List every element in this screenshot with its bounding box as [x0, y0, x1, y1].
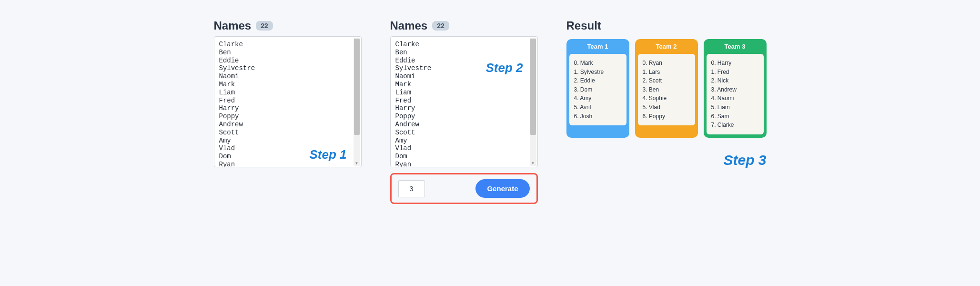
list-item: Mark [574, 59, 622, 68]
list-item: Scott [643, 76, 690, 85]
list-item: Clarke [711, 121, 759, 130]
list-item: Sylvestre [574, 68, 622, 77]
list-item: Andrew [711, 85, 759, 94]
result-panel: Result Team 1 MarkSylvestreEddieDomAmyAv… [566, 19, 767, 168]
scrollbar-thumb[interactable] [530, 39, 536, 135]
team1-header: Team 1 [566, 39, 629, 54]
list-item: Harry [711, 59, 759, 68]
step2-panel: Names 22 Clarke Ben Eddie Sylvestre Naom… [390, 19, 538, 204]
list-item: Eddie [574, 76, 622, 85]
generate-button[interactable]: Generate [475, 179, 529, 198]
scrollbar-thumb[interactable] [354, 39, 360, 135]
list-item: Amy [574, 94, 622, 103]
list-item: Josh [574, 112, 622, 121]
panel1-header: Names 22 [214, 19, 362, 32]
step3-label: Step 3 [566, 152, 767, 168]
list-item: Sophie [643, 94, 690, 103]
result-title: Result [566, 19, 767, 32]
list-item: Nick [711, 76, 759, 85]
team2-list: RyanLarsScottBenSophieVladPoppy [643, 59, 690, 121]
list-item: Poppy [643, 112, 690, 121]
panel2-names-textarea[interactable]: Clarke Ben Eddie Sylvestre Naomi Mark Li… [390, 36, 538, 167]
list-item: Fred [711, 68, 759, 77]
panel2-names-content: Clarke Ben Eddie Sylvestre Naomi Mark Li… [395, 41, 533, 167]
list-item: Ryan [643, 59, 690, 68]
list-item: Dom [574, 85, 622, 94]
team1-body: MarkSylvestreEddieDomAmyAvrilJosh [569, 54, 626, 125]
list-item: Liam [711, 103, 759, 112]
list-item: Lars [643, 68, 690, 77]
generate-controls: Generate [390, 173, 538, 204]
team2-header: Team 2 [635, 39, 698, 54]
panel1-names-textarea[interactable]: Clarke Ben Eddie Sylvestre Naomi Mark Li… [214, 36, 362, 167]
team-card-3: Team 3 HarryFredNickAndrewNaomiLiamSamCl… [704, 39, 767, 138]
team-card-2: Team 2 RyanLarsScottBenSophieVladPoppy [635, 39, 698, 138]
scroll-down-icon[interactable]: ▼ [530, 160, 536, 166]
team3-header: Team 3 [704, 39, 767, 54]
team2-body: RyanLarsScottBenSophieVladPoppy [638, 54, 695, 125]
list-item: Avril [574, 103, 622, 112]
list-item: Sam [711, 112, 759, 121]
list-item: Naomi [711, 94, 759, 103]
panel2-header: Names 22 [390, 19, 538, 32]
panel2-count-badge: 22 [432, 21, 449, 31]
panel1-names-content: Clarke Ben Eddie Sylvestre Naomi Mark Li… [219, 41, 356, 167]
panel1-count-badge: 22 [256, 21, 273, 31]
list-item: Ben [643, 85, 690, 94]
panel1-title: Names [214, 19, 252, 32]
panel1-scrollbar[interactable]: ▲ ▼ [354, 38, 360, 166]
panel2-title: Names [390, 19, 428, 32]
team3-body: HarryFredNickAndrewNaomiLiamSamClarke [707, 54, 764, 134]
scroll-down-icon[interactable]: ▼ [354, 160, 360, 166]
teams-row: Team 1 MarkSylvestreEddieDomAmyAvrilJosh… [566, 39, 767, 138]
step1-panel: Names 22 Clarke Ben Eddie Sylvestre Naom… [214, 19, 362, 167]
panel2-scrollbar[interactable]: ▲ ▼ [530, 38, 536, 166]
team3-list: HarryFredNickAndrewNaomiLiamSamClarke [711, 59, 759, 130]
team-count-input[interactable] [398, 180, 425, 197]
list-item: Vlad [643, 103, 690, 112]
team-card-1: Team 1 MarkSylvestreEddieDomAmyAvrilJosh [566, 39, 629, 138]
team1-list: MarkSylvestreEddieDomAmyAvrilJosh [574, 59, 622, 121]
